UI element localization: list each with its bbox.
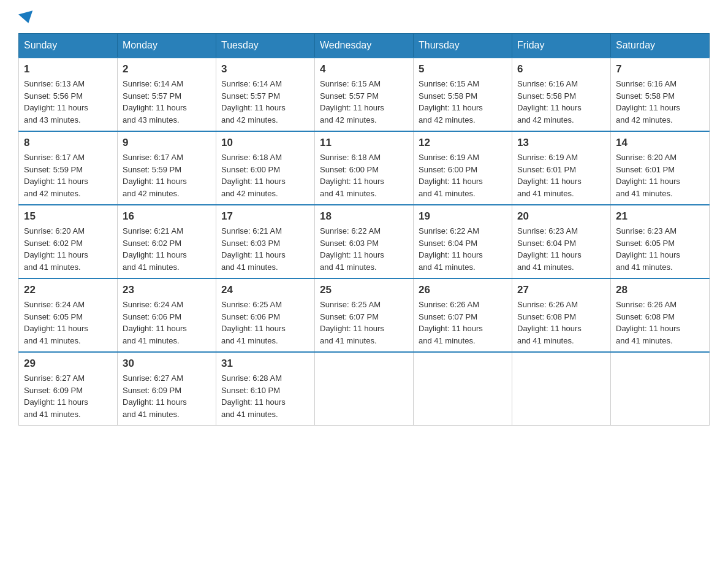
day-number: 28 <box>616 284 704 296</box>
day-info: Sunrise: 6:15 AM Sunset: 5:57 PM Dayligh… <box>320 78 408 126</box>
calendar-cell: 27 Sunrise: 6:26 AM Sunset: 6:08 PM Dayl… <box>512 278 611 352</box>
calendar-cell: 15 Sunrise: 6:20 AM Sunset: 6:02 PM Dayl… <box>19 205 118 278</box>
day-number: 30 <box>123 358 211 370</box>
calendar-cell: 20 Sunrise: 6:23 AM Sunset: 6:04 PM Dayl… <box>512 205 611 278</box>
calendar-cell: 26 Sunrise: 6:26 AM Sunset: 6:07 PM Dayl… <box>414 278 512 352</box>
day-number: 17 <box>221 210 309 223</box>
day-info: Sunrise: 6:17 AM Sunset: 5:59 PM Dayligh… <box>24 151 112 199</box>
day-info: Sunrise: 6:21 AM Sunset: 6:03 PM Dayligh… <box>221 225 309 273</box>
calendar-cell: 14 Sunrise: 6:20 AM Sunset: 6:01 PM Dayl… <box>611 131 710 205</box>
day-info: Sunrise: 6:26 AM Sunset: 6:08 PM Dayligh… <box>517 299 605 347</box>
day-number: 20 <box>517 210 605 223</box>
calendar-cell: 29 Sunrise: 6:27 AM Sunset: 6:09 PM Dayl… <box>19 352 118 426</box>
day-number: 12 <box>419 137 507 149</box>
calendar-cell: 24 Sunrise: 6:25 AM Sunset: 6:06 PM Dayl… <box>216 278 315 352</box>
weekday-header-friday: Friday <box>512 34 611 58</box>
day-number: 5 <box>419 63 507 75</box>
weekday-header-monday: Monday <box>118 34 216 58</box>
day-info: Sunrise: 6:19 AM Sunset: 6:00 PM Dayligh… <box>419 151 507 199</box>
calendar-cell: 6 Sunrise: 6:16 AM Sunset: 5:58 PM Dayli… <box>512 58 611 131</box>
day-info: Sunrise: 6:26 AM Sunset: 6:08 PM Dayligh… <box>616 299 704 347</box>
weekday-header-sunday: Sunday <box>19 34 118 58</box>
day-info: Sunrise: 6:14 AM Sunset: 5:57 PM Dayligh… <box>221 78 309 126</box>
day-info: Sunrise: 6:20 AM Sunset: 6:02 PM Dayligh… <box>24 225 112 273</box>
calendar-cell: 18 Sunrise: 6:22 AM Sunset: 6:03 PM Dayl… <box>315 205 414 278</box>
day-info: Sunrise: 6:18 AM Sunset: 6:00 PM Dayligh… <box>221 151 309 199</box>
logo <box>18 12 36 21</box>
day-number: 10 <box>221 137 309 149</box>
day-info: Sunrise: 6:23 AM Sunset: 6:04 PM Dayligh… <box>517 225 605 273</box>
calendar-cell: 5 Sunrise: 6:15 AM Sunset: 5:58 PM Dayli… <box>414 58 512 131</box>
weekday-header-saturday: Saturday <box>611 34 710 58</box>
calendar-cell: 11 Sunrise: 6:18 AM Sunset: 6:00 PM Dayl… <box>315 131 414 205</box>
week-row-2: 8 Sunrise: 6:17 AM Sunset: 5:59 PM Dayli… <box>19 131 710 205</box>
calendar-cell: 4 Sunrise: 6:15 AM Sunset: 5:57 PM Dayli… <box>315 58 414 131</box>
day-number: 23 <box>123 284 211 296</box>
calendar-cell <box>414 352 512 426</box>
day-info: Sunrise: 6:24 AM Sunset: 6:06 PM Dayligh… <box>123 299 211 347</box>
day-number: 4 <box>320 63 408 75</box>
weekday-header-thursday: Thursday <box>414 34 512 58</box>
day-info: Sunrise: 6:20 AM Sunset: 6:01 PM Dayligh… <box>616 151 704 199</box>
day-number: 1 <box>24 63 112 75</box>
calendar-cell: 2 Sunrise: 6:14 AM Sunset: 5:57 PM Dayli… <box>118 58 216 131</box>
day-number: 7 <box>616 63 704 75</box>
day-number: 26 <box>419 284 507 296</box>
calendar-cell: 8 Sunrise: 6:17 AM Sunset: 5:59 PM Dayli… <box>19 131 118 205</box>
calendar-cell <box>315 352 414 426</box>
calendar-cell: 7 Sunrise: 6:16 AM Sunset: 5:58 PM Dayli… <box>611 58 710 131</box>
day-info: Sunrise: 6:28 AM Sunset: 6:10 PM Dayligh… <box>221 372 309 420</box>
calendar-cell: 25 Sunrise: 6:25 AM Sunset: 6:07 PM Dayl… <box>315 278 414 352</box>
day-info: Sunrise: 6:15 AM Sunset: 5:58 PM Dayligh… <box>419 78 507 126</box>
week-row-4: 22 Sunrise: 6:24 AM Sunset: 6:05 PM Dayl… <box>19 278 710 352</box>
day-number: 15 <box>24 210 112 223</box>
day-info: Sunrise: 6:16 AM Sunset: 5:58 PM Dayligh… <box>616 78 704 126</box>
day-number: 18 <box>320 210 408 223</box>
weekday-header-tuesday: Tuesday <box>216 34 315 58</box>
calendar-cell: 31 Sunrise: 6:28 AM Sunset: 6:10 PM Dayl… <box>216 352 315 426</box>
day-number: 11 <box>320 137 408 149</box>
calendar-cell: 9 Sunrise: 6:17 AM Sunset: 5:59 PM Dayli… <box>118 131 216 205</box>
calendar-cell: 19 Sunrise: 6:22 AM Sunset: 6:04 PM Dayl… <box>414 205 512 278</box>
week-row-3: 15 Sunrise: 6:20 AM Sunset: 6:02 PM Dayl… <box>19 205 710 278</box>
calendar-cell: 10 Sunrise: 6:18 AM Sunset: 6:00 PM Dayl… <box>216 131 315 205</box>
day-info: Sunrise: 6:23 AM Sunset: 6:05 PM Dayligh… <box>616 225 704 273</box>
calendar-cell: 1 Sunrise: 6:13 AM Sunset: 5:56 PM Dayli… <box>19 58 118 131</box>
day-info: Sunrise: 6:19 AM Sunset: 6:01 PM Dayligh… <box>517 151 605 199</box>
calendar-cell: 21 Sunrise: 6:23 AM Sunset: 6:05 PM Dayl… <box>611 205 710 278</box>
day-number: 16 <box>123 210 211 223</box>
day-info: Sunrise: 6:27 AM Sunset: 6:09 PM Dayligh… <box>24 372 112 420</box>
calendar-cell <box>512 352 611 426</box>
week-row-1: 1 Sunrise: 6:13 AM Sunset: 5:56 PM Dayli… <box>19 58 710 131</box>
calendar-cell: 16 Sunrise: 6:21 AM Sunset: 6:02 PM Dayl… <box>118 205 216 278</box>
weekday-header-wednesday: Wednesday <box>315 34 414 58</box>
day-number: 27 <box>517 284 605 296</box>
day-number: 9 <box>123 137 211 149</box>
day-number: 3 <box>221 63 309 75</box>
calendar-cell: 3 Sunrise: 6:14 AM Sunset: 5:57 PM Dayli… <box>216 58 315 131</box>
logo-arrow-icon <box>18 10 36 25</box>
day-info: Sunrise: 6:25 AM Sunset: 6:06 PM Dayligh… <box>221 299 309 347</box>
calendar-table: SundayMondayTuesdayWednesdayThursdayFrid… <box>18 33 710 426</box>
day-info: Sunrise: 6:22 AM Sunset: 6:03 PM Dayligh… <box>320 225 408 273</box>
day-info: Sunrise: 6:26 AM Sunset: 6:07 PM Dayligh… <box>419 299 507 347</box>
day-number: 25 <box>320 284 408 296</box>
day-number: 21 <box>616 210 704 223</box>
day-number: 29 <box>24 358 112 370</box>
day-info: Sunrise: 6:17 AM Sunset: 5:59 PM Dayligh… <box>123 151 211 199</box>
calendar-cell: 12 Sunrise: 6:19 AM Sunset: 6:00 PM Dayl… <box>414 131 512 205</box>
day-info: Sunrise: 6:13 AM Sunset: 5:56 PM Dayligh… <box>24 78 112 126</box>
day-number: 24 <box>221 284 309 296</box>
page-header <box>18 12 710 21</box>
calendar-cell: 13 Sunrise: 6:19 AM Sunset: 6:01 PM Dayl… <box>512 131 611 205</box>
day-info: Sunrise: 6:21 AM Sunset: 6:02 PM Dayligh… <box>123 225 211 273</box>
day-number: 2 <box>123 63 211 75</box>
calendar-cell: 22 Sunrise: 6:24 AM Sunset: 6:05 PM Dayl… <box>19 278 118 352</box>
day-info: Sunrise: 6:16 AM Sunset: 5:58 PM Dayligh… <box>517 78 605 126</box>
day-info: Sunrise: 6:14 AM Sunset: 5:57 PM Dayligh… <box>123 78 211 126</box>
calendar-cell: 28 Sunrise: 6:26 AM Sunset: 6:08 PM Dayl… <box>611 278 710 352</box>
day-info: Sunrise: 6:25 AM Sunset: 6:07 PM Dayligh… <box>320 299 408 347</box>
calendar-cell: 23 Sunrise: 6:24 AM Sunset: 6:06 PM Dayl… <box>118 278 216 352</box>
day-number: 31 <box>221 358 309 370</box>
day-info: Sunrise: 6:27 AM Sunset: 6:09 PM Dayligh… <box>123 372 211 420</box>
